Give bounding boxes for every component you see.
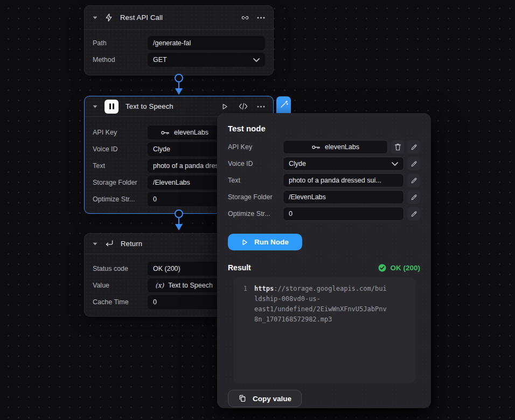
edit-button[interactable] <box>407 207 420 221</box>
voice-id-select[interactable]: Clyde <box>283 157 404 171</box>
magic-wand-icon <box>280 100 288 109</box>
node-title: Text to Speech <box>126 102 173 110</box>
node-body: Path /generate-fal Method GET <box>85 30 273 67</box>
path-value: /generate-fal <box>153 39 191 47</box>
result-value: https://storage.googleapis.com/bui ldshi… <box>254 284 387 377</box>
collapse-chevron-icon[interactable] <box>93 105 98 108</box>
field-label: Status code <box>93 265 148 272</box>
field-label: Storage Folder <box>228 193 283 201</box>
path-input[interactable]: /generate-fal <box>148 36 265 50</box>
more-options-icon[interactable] <box>257 17 265 19</box>
result-header: Result OK (200) <box>228 263 420 272</box>
field-label: Voice ID <box>93 145 148 153</box>
field-label: Storage Folder <box>93 179 148 186</box>
field-label: Path <box>93 39 148 47</box>
field-label: Cache Time <box>93 298 148 306</box>
panel-row-api-key: API Key elevenLabs <box>228 140 420 154</box>
collapse-chevron-icon[interactable] <box>93 16 98 19</box>
status-code-value: OK (200) <box>153 265 180 272</box>
copy-value-label: Copy value <box>253 395 291 403</box>
run-node-button[interactable]: Run Node <box>228 234 302 250</box>
text-value: photo of a panda dressed sui... <box>289 177 381 184</box>
api-key-value: elevenLabs <box>174 129 208 136</box>
code-icon[interactable] <box>239 103 248 110</box>
field-label: Method <box>93 56 148 64</box>
edit-button[interactable] <box>407 173 420 187</box>
more-options-icon[interactable] <box>257 106 265 108</box>
link-icon[interactable] <box>240 13 250 22</box>
connector-arrow[interactable] <box>172 73 185 97</box>
check-circle-icon <box>378 264 386 272</box>
run-node-label: Run Node <box>254 238 289 246</box>
test-node-panel: Test node API Key elevenLabs Voice ID Cl… <box>217 113 431 408</box>
voice-id-value: Clyde <box>153 145 170 153</box>
field-row-method: Method GET <box>93 53 265 67</box>
pause-icon <box>105 100 119 114</box>
status-badge: OK (200) <box>378 264 420 272</box>
edit-button[interactable] <box>407 157 420 171</box>
play-icon[interactable] <box>221 103 228 110</box>
workflow-canvas: Rest API Call Path /generate-fal Method … <box>0 0 515 420</box>
code-line: 8n_1707168572982.mp3 <box>254 314 387 325</box>
line-number: 1 <box>240 284 247 377</box>
field-label: Text <box>93 162 148 170</box>
variable-fx-badge: (x) <box>155 282 164 289</box>
zap-icon <box>105 13 113 22</box>
storage-folder-value: /ElevenLabs <box>153 179 190 186</box>
field-label: Value <box>93 282 148 289</box>
field-label: Text <box>228 177 283 184</box>
api-key-value: elevenLabs <box>325 143 359 151</box>
voice-id-value: Clyde <box>289 160 306 167</box>
field-label: API Key <box>93 129 148 136</box>
collapse-chevron-icon[interactable] <box>93 242 98 246</box>
key-icon <box>161 130 170 136</box>
text-input[interactable]: photo of a panda dressed sui... <box>283 173 404 187</box>
method-select[interactable]: GET <box>148 53 265 67</box>
play-icon <box>241 239 248 246</box>
panel-row-text: Text photo of a panda dressed sui... <box>228 173 420 187</box>
cache-time-value: 0 <box>153 298 157 306</box>
return-icon <box>105 240 114 248</box>
field-label: Optimize Str... <box>228 210 283 218</box>
result-code-block[interactable]: 1 https://storage.googleapis.com/bui lds… <box>233 277 415 383</box>
delete-button[interactable] <box>391 140 404 154</box>
panel-row-storage-folder: Storage Folder /ElevenLabs <box>228 190 420 204</box>
chevron-down-icon <box>253 58 260 62</box>
key-icon <box>311 144 321 150</box>
copy-value-button[interactable]: Copy value <box>228 390 302 407</box>
edit-button[interactable] <box>407 190 420 204</box>
storage-folder-input[interactable]: /ElevenLabs <box>283 190 404 204</box>
optimize-value: 0 <box>289 210 293 218</box>
code-line: ://storage.googleapis.com/bui <box>274 285 387 292</box>
field-label: Optimize Str... <box>93 195 148 203</box>
node-title: Rest API Call <box>120 13 163 22</box>
panel-row-voice-id: Voice ID Clyde <box>228 157 420 171</box>
field-label: Voice ID <box>228 160 283 167</box>
node-title: Return <box>121 240 142 248</box>
connector-arrow[interactable] <box>172 209 185 233</box>
chevron-down-icon <box>392 162 398 166</box>
code-line: east1/undefined/2EiwWnXFnvU5JabPnv <box>254 304 387 314</box>
node-header: Rest API Call <box>85 6 273 30</box>
api-key-input[interactable]: elevenLabs <box>283 140 388 154</box>
code-line: ldship-008vd0-us- <box>254 294 387 304</box>
node-rest-api-call[interactable]: Rest API Call Path /generate-fal Method … <box>84 5 274 75</box>
method-value: GET <box>153 56 167 64</box>
value-text: Text to Speech <box>168 282 213 289</box>
status-text: OK (200) <box>390 264 420 272</box>
copy-icon <box>238 394 247 403</box>
optimize-input[interactable]: 0 <box>283 207 404 221</box>
field-row-path: Path /generate-fal <box>93 36 265 50</box>
storage-folder-value: /ElevenLabs <box>289 193 326 201</box>
optimize-value: 0 <box>153 195 157 203</box>
panel-title: Test node <box>228 124 420 133</box>
code-scheme: https <box>254 285 274 292</box>
result-label: Result <box>228 263 251 272</box>
edit-button[interactable] <box>407 140 420 154</box>
field-label: API Key <box>228 143 283 151</box>
panel-row-optimize: Optimize Str... 0 <box>228 207 420 221</box>
